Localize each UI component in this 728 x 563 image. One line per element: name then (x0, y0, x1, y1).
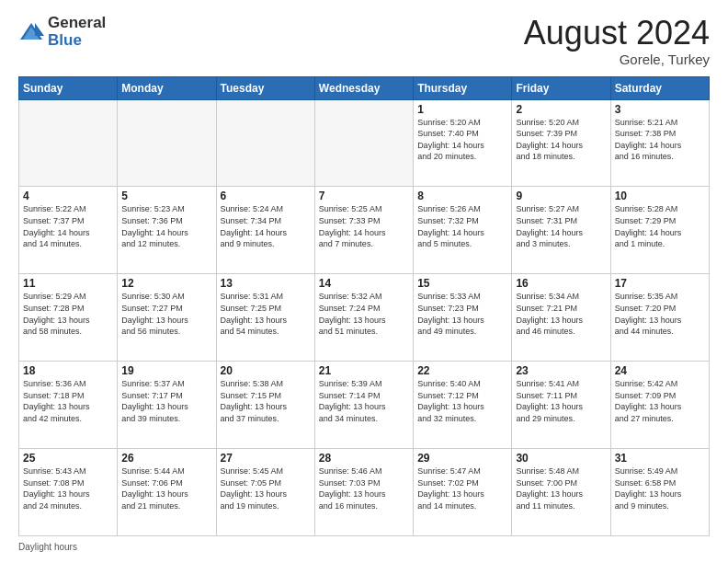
calendar-cell: 10Sunrise: 5:28 AM Sunset: 7:29 PM Dayli… (610, 187, 709, 274)
day-number: 29 (417, 452, 507, 465)
calendar-cell: 21Sunrise: 5:39 AM Sunset: 7:14 PM Dayli… (314, 362, 413, 449)
weekday-header-wednesday: Wednesday (314, 76, 413, 99)
month-title: August 2024 (524, 15, 710, 52)
day-info: Sunrise: 5:36 AM Sunset: 7:18 PM Dayligh… (23, 378, 113, 424)
day-info: Sunrise: 5:21 AM Sunset: 7:38 PM Dayligh… (615, 117, 705, 163)
calendar-cell: 2Sunrise: 5:20 AM Sunset: 7:39 PM Daylig… (512, 99, 610, 187)
day-info: Sunrise: 5:29 AM Sunset: 7:28 PM Dayligh… (23, 291, 113, 337)
title-block: August 2024 Gorele, Turkey (524, 15, 710, 67)
calendar-cell: 9Sunrise: 5:27 AM Sunset: 7:31 PM Daylig… (512, 187, 610, 274)
day-number: 10 (615, 190, 705, 202)
day-number: 13 (221, 277, 311, 290)
calendar-cell: 28Sunrise: 5:46 AM Sunset: 7:03 PM Dayli… (314, 449, 413, 536)
calendar-cell: 25Sunrise: 5:43 AM Sunset: 7:08 PM Dayli… (19, 449, 118, 536)
day-info: Sunrise: 5:20 AM Sunset: 7:39 PM Dayligh… (516, 117, 606, 163)
day-number: 23 (516, 364, 606, 377)
calendar-cell: 1Sunrise: 5:20 AM Sunset: 7:40 PM Daylig… (414, 99, 512, 187)
calendar-cell (216, 99, 314, 187)
day-info: Sunrise: 5:35 AM Sunset: 7:20 PM Dayligh… (615, 291, 705, 337)
day-info: Sunrise: 5:41 AM Sunset: 7:11 PM Dayligh… (516, 378, 606, 424)
day-info: Sunrise: 5:20 AM Sunset: 7:40 PM Dayligh… (417, 117, 507, 163)
week-row-1: 1Sunrise: 5:20 AM Sunset: 7:40 PM Daylig… (19, 99, 710, 187)
calendar-table: SundayMondayTuesdayWednesdayThursdayFrid… (18, 76, 710, 536)
week-row-3: 11Sunrise: 5:29 AM Sunset: 7:28 PM Dayli… (19, 274, 710, 362)
day-number: 17 (615, 277, 705, 290)
day-number: 18 (23, 364, 113, 377)
weekday-header-tuesday: Tuesday (216, 76, 314, 99)
day-number: 14 (319, 277, 409, 290)
day-number: 19 (121, 364, 211, 377)
day-number: 3 (615, 103, 705, 116)
calendar-header: SundayMondayTuesdayWednesdayThursdayFrid… (19, 76, 710, 99)
svg-marker-2 (35, 23, 44, 36)
day-number: 1 (417, 103, 507, 116)
day-info: Sunrise: 5:25 AM Sunset: 7:33 PM Dayligh… (319, 203, 409, 249)
day-number: 9 (516, 190, 606, 202)
location: Gorele, Turkey (524, 52, 710, 67)
day-number: 26 (121, 452, 211, 465)
logo-text: General Blue (48, 15, 106, 49)
weekday-header-monday: Monday (118, 76, 216, 99)
week-row-4: 18Sunrise: 5:36 AM Sunset: 7:18 PM Dayli… (19, 362, 710, 449)
calendar-cell: 14Sunrise: 5:32 AM Sunset: 7:24 PM Dayli… (314, 274, 413, 362)
day-info: Sunrise: 5:26 AM Sunset: 7:32 PM Dayligh… (417, 203, 507, 249)
day-number: 22 (417, 364, 507, 377)
day-number: 12 (121, 277, 211, 290)
day-info: Sunrise: 5:33 AM Sunset: 7:23 PM Dayligh… (417, 291, 507, 337)
day-info: Sunrise: 5:22 AM Sunset: 7:37 PM Dayligh… (23, 203, 113, 249)
calendar-cell (314, 99, 413, 187)
day-number: 11 (23, 277, 113, 290)
weekday-row: SundayMondayTuesdayWednesdayThursdayFrid… (19, 76, 710, 99)
day-number: 21 (319, 364, 409, 377)
calendar-cell: 7Sunrise: 5:25 AM Sunset: 7:33 PM Daylig… (314, 187, 413, 274)
day-info: Sunrise: 5:32 AM Sunset: 7:24 PM Dayligh… (319, 291, 409, 337)
logo: General Blue (18, 15, 106, 49)
day-info: Sunrise: 5:31 AM Sunset: 7:25 PM Dayligh… (221, 291, 311, 337)
day-number: 7 (319, 190, 409, 202)
calendar-cell (19, 99, 118, 187)
calendar-cell: 27Sunrise: 5:45 AM Sunset: 7:05 PM Dayli… (216, 449, 314, 536)
calendar-cell: 17Sunrise: 5:35 AM Sunset: 7:20 PM Dayli… (610, 274, 709, 362)
week-row-2: 4Sunrise: 5:22 AM Sunset: 7:37 PM Daylig… (19, 187, 710, 274)
calendar-cell: 6Sunrise: 5:24 AM Sunset: 7:34 PM Daylig… (216, 187, 314, 274)
header: General Blue August 2024 Gorele, Turkey (18, 15, 710, 67)
weekday-header-saturday: Saturday (610, 76, 709, 99)
day-info: Sunrise: 5:47 AM Sunset: 7:02 PM Dayligh… (417, 465, 507, 511)
day-info: Sunrise: 5:24 AM Sunset: 7:34 PM Dayligh… (221, 203, 311, 249)
day-number: 16 (516, 277, 606, 290)
page: General Blue August 2024 Gorele, Turkey … (0, 0, 728, 563)
day-info: Sunrise: 5:49 AM Sunset: 6:58 PM Dayligh… (615, 465, 705, 511)
calendar-cell: 30Sunrise: 5:48 AM Sunset: 7:00 PM Dayli… (512, 449, 610, 536)
logo-icon (18, 19, 44, 45)
calendar-cell: 29Sunrise: 5:47 AM Sunset: 7:02 PM Dayli… (414, 449, 512, 536)
day-number: 15 (417, 277, 507, 290)
day-info: Sunrise: 5:44 AM Sunset: 7:06 PM Dayligh… (121, 465, 211, 511)
day-info: Sunrise: 5:30 AM Sunset: 7:27 PM Dayligh… (121, 291, 211, 337)
day-info: Sunrise: 5:42 AM Sunset: 7:09 PM Dayligh… (615, 378, 705, 424)
day-info: Sunrise: 5:38 AM Sunset: 7:15 PM Dayligh… (221, 378, 311, 424)
calendar-cell: 13Sunrise: 5:31 AM Sunset: 7:25 PM Dayli… (216, 274, 314, 362)
calendar-cell: 3Sunrise: 5:21 AM Sunset: 7:38 PM Daylig… (610, 99, 709, 187)
footer: Daylight hours (18, 542, 710, 552)
weekday-header-thursday: Thursday (414, 76, 512, 99)
weekday-header-sunday: Sunday (19, 76, 118, 99)
day-info: Sunrise: 5:40 AM Sunset: 7:12 PM Dayligh… (417, 378, 507, 424)
calendar-cell: 15Sunrise: 5:33 AM Sunset: 7:23 PM Dayli… (414, 274, 512, 362)
day-info: Sunrise: 5:39 AM Sunset: 7:14 PM Dayligh… (319, 378, 409, 424)
calendar-cell: 5Sunrise: 5:23 AM Sunset: 7:36 PM Daylig… (118, 187, 216, 274)
week-row-5: 25Sunrise: 5:43 AM Sunset: 7:08 PM Dayli… (19, 449, 710, 536)
calendar-cell: 4Sunrise: 5:22 AM Sunset: 7:37 PM Daylig… (19, 187, 118, 274)
calendar-cell: 31Sunrise: 5:49 AM Sunset: 6:58 PM Dayli… (610, 449, 709, 536)
day-number: 27 (221, 452, 311, 465)
calendar-cell: 18Sunrise: 5:36 AM Sunset: 7:18 PM Dayli… (19, 362, 118, 449)
day-info: Sunrise: 5:48 AM Sunset: 7:00 PM Dayligh… (516, 465, 606, 511)
calendar-cell: 19Sunrise: 5:37 AM Sunset: 7:17 PM Dayli… (118, 362, 216, 449)
day-number: 6 (221, 190, 311, 202)
day-info: Sunrise: 5:43 AM Sunset: 7:08 PM Dayligh… (23, 465, 113, 511)
day-number: 5 (121, 190, 211, 202)
calendar-cell: 11Sunrise: 5:29 AM Sunset: 7:28 PM Dayli… (19, 274, 118, 362)
day-number: 30 (516, 452, 606, 465)
calendar-body: 1Sunrise: 5:20 AM Sunset: 7:40 PM Daylig… (19, 99, 710, 535)
day-number: 28 (319, 452, 409, 465)
day-info: Sunrise: 5:23 AM Sunset: 7:36 PM Dayligh… (121, 203, 211, 249)
